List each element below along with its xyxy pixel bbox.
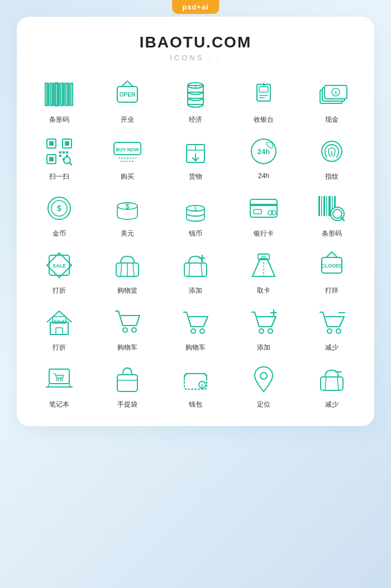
- svg-text:CLOSED: CLOSED: [321, 263, 342, 269]
- icon-item-sale1: SALE 打折: [28, 248, 90, 295]
- icon-item-open: OPEN 开业: [96, 78, 159, 125]
- svg-text:SALE: SALE: [54, 319, 65, 324]
- icon-item-handbag: 手提袋: [96, 362, 159, 409]
- icon-item-bankcard: 银行卡: [232, 192, 295, 238]
- svg-text:$: $: [194, 84, 197, 89]
- svg-rect-111: [50, 322, 68, 334]
- svg-rect-0: [45, 83, 47, 106]
- card-subtitle: ICONS · ·: [28, 54, 363, 62]
- svg-text:$: $: [201, 383, 204, 388]
- svg-rect-5: [59, 83, 60, 106]
- svg-line-99: [189, 263, 190, 276]
- icon-label-atm: 取卡: [257, 286, 270, 295]
- icon-item-coins: $ 钱币: [164, 192, 227, 238]
- svg-text:$: $: [126, 203, 130, 211]
- icon-item-goods: 货物: [164, 135, 227, 181]
- svg-rect-39: [59, 151, 61, 154]
- svg-line-97: [133, 263, 134, 276]
- svg-rect-24: [259, 87, 268, 92]
- icon-label-basketminus: 减少: [325, 400, 338, 409]
- svg-text:$: $: [334, 90, 337, 95]
- svg-rect-98: [184, 263, 207, 276]
- svg-point-128: [60, 379, 63, 381]
- icon-item-goldcoin: $ 金币: [28, 192, 90, 238]
- icon-item-cartadd: 添加: [232, 305, 295, 352]
- svg-text:SALE: SALE: [53, 263, 66, 269]
- icon-label-wallet: 钱包: [189, 400, 202, 409]
- icon-item-barcode1: 条形码: [28, 78, 90, 125]
- svg-rect-2: [50, 83, 52, 106]
- icon-item-fingerprint: 指纹: [301, 135, 363, 181]
- svg-text:$: $: [194, 206, 197, 212]
- main-card: IBAOTU.COM ICONS · ·: [17, 17, 374, 426]
- svg-line-138: [337, 377, 338, 390]
- icon-label-cashier: 收银台: [254, 115, 274, 125]
- icon-label-24h: 24h: [258, 172, 269, 180]
- icon-item-sale2: SALE 打折: [28, 305, 90, 352]
- svg-point-118: [200, 329, 204, 333]
- svg-text:$: $: [57, 204, 61, 213]
- svg-point-115: [123, 328, 127, 332]
- svg-rect-3: [53, 83, 54, 106]
- svg-point-123: [327, 329, 332, 333]
- svg-line-108: [332, 252, 337, 257]
- icon-label-economy: 经济: [189, 115, 202, 125]
- icon-label-sale1: 打折: [53, 286, 66, 295]
- svg-rect-81: [318, 196, 320, 216]
- icon-item-scan: 扫一扫: [28, 135, 90, 181]
- icon-item-cartminus: 减少: [301, 305, 363, 352]
- icon-item-economy: $ 经济: [164, 78, 227, 125]
- svg-rect-1: [48, 83, 49, 106]
- svg-rect-40: [63, 151, 65, 154]
- svg-point-80: [271, 211, 276, 215]
- icon-item-barcode2: 条形码: [301, 192, 363, 238]
- icon-label-closed: 打烊: [325, 286, 338, 295]
- svg-rect-130: [117, 375, 137, 391]
- svg-rect-42: [59, 155, 61, 157]
- card-header: IBAOTU.COM ICONS · ·: [28, 34, 363, 62]
- svg-rect-78: [254, 209, 261, 214]
- icon-item-closed: CLOSED 打烊: [301, 248, 363, 295]
- icon-label-goldcoin: 金币: [53, 229, 66, 238]
- icon-item-wallet: $ 钱包: [164, 362, 227, 409]
- icon-label-buynow: 购买: [121, 172, 134, 181]
- icon-label-cart2: 购物车: [185, 343, 206, 352]
- icon-item-dollar: $ 美元: [96, 192, 159, 238]
- svg-rect-136: [321, 377, 343, 390]
- svg-line-107: [326, 252, 332, 257]
- icon-item-cart2: 购物车: [164, 305, 227, 352]
- svg-point-120: [268, 329, 273, 333]
- icon-item-buynow: BUY NOW 购买: [96, 135, 159, 181]
- icon-label-cart1: 购物车: [117, 343, 137, 352]
- icon-label-laptop: 笔记本: [49, 400, 69, 409]
- svg-line-11: [122, 81, 127, 87]
- icon-item-basket: 购物篮: [96, 248, 159, 295]
- svg-rect-7: [64, 83, 65, 106]
- top-badge: psd+ai: [172, 0, 219, 14]
- icon-item-cash: $ 现金: [301, 78, 363, 125]
- svg-rect-34: [49, 141, 54, 146]
- icon-label-goods: 货物: [189, 172, 202, 181]
- svg-rect-38: [49, 157, 54, 161]
- icon-label-addbasket: 添加: [189, 286, 202, 295]
- svg-line-100: [201, 263, 202, 276]
- icon-item-cart1: 购物车: [96, 305, 159, 352]
- svg-rect-114: [56, 328, 63, 334]
- svg-point-119: [259, 329, 264, 333]
- svg-rect-4: [55, 83, 58, 106]
- icon-item-location: 定位: [232, 362, 295, 409]
- svg-rect-9: [69, 83, 70, 106]
- icon-label-dollar: 美元: [121, 229, 134, 238]
- svg-point-124: [336, 329, 341, 333]
- svg-point-117: [191, 329, 196, 333]
- icon-label-cash: 现金: [325, 115, 338, 125]
- svg-rect-8: [66, 83, 68, 106]
- svg-point-135: [260, 372, 267, 379]
- icon-label-cartadd: 添加: [257, 343, 270, 352]
- svg-line-137: [325, 377, 326, 390]
- icon-item-basketminus: 减少: [301, 362, 363, 409]
- svg-rect-6: [61, 83, 63, 106]
- icons-grid: 条形码 OPEN 开业: [28, 78, 363, 409]
- svg-rect-82: [321, 196, 322, 216]
- svg-point-127: [56, 379, 59, 381]
